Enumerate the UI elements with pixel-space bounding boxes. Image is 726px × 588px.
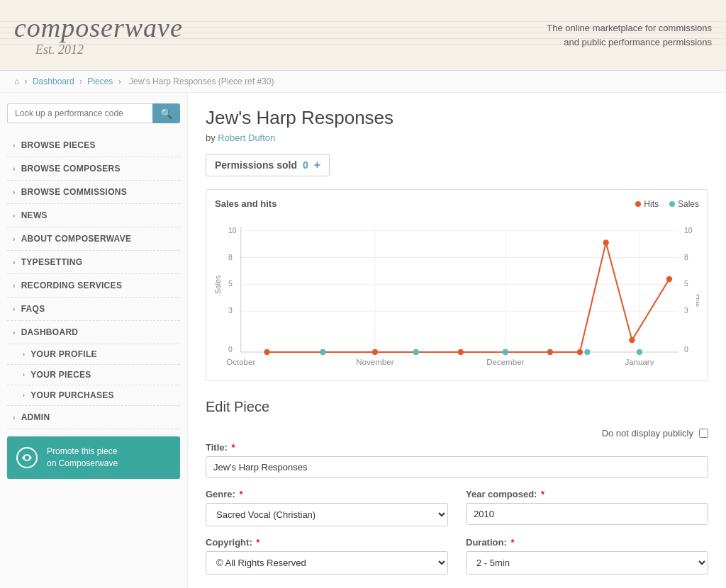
nav-dashboard[interactable]: › DASHBOARD [7, 321, 180, 344]
title-group: Title: * [206, 442, 708, 478]
promote-icon [14, 445, 40, 470]
nav-about[interactable]: › ABOUT COMPOSERWAVE [7, 227, 180, 251]
chevron-icon: › [13, 329, 16, 337]
svg-point-36 [629, 337, 635, 343]
nav-recording[interactable]: › RECORDING SERVICES [7, 274, 180, 298]
nav-browse-pieces[interactable]: › BROWSE PIECES [7, 134, 180, 157]
search-input[interactable] [7, 103, 152, 123]
svg-text:December: December [486, 358, 524, 366]
nav-label: BROWSE PIECES [21, 140, 96, 150]
edit-form: Title: * Genre: * Sacred Vocal (Christia… [206, 442, 708, 575]
edit-section-title: Edit Piece [206, 399, 708, 415]
breadcrumb: ⌂ › Dashboard › Pieces › Jew's Harp Resp… [0, 71, 726, 93]
site-header: composerwave Est. 2012 The online market… [0, 0, 726, 71]
copyright-select[interactable]: © All Rights Reserved Creative Commons P… [206, 551, 448, 575]
nav-your-pieces[interactable]: › YOUR PIECES [7, 365, 180, 385]
display-public-row: Do not display publicly [206, 428, 708, 439]
svg-point-31 [458, 349, 464, 355]
genre-select[interactable]: Sacred Vocal (Christian) Choral Orchestr… [206, 503, 448, 526]
page-layout: 🔍 › BROWSE PIECES › BROWSE COMPOSERS › B… [0, 93, 726, 588]
year-label: Year composed: * [466, 489, 708, 499]
add-permission-button[interactable]: + [314, 159, 320, 171]
chart-area: 10 8 5 3 0 Sales 10 8 5 3 0 Hits [215, 216, 699, 372]
nav-your-purchases[interactable]: › YOUR PURCHASES [7, 385, 180, 406]
nav-label: BROWSE COMMISSIONS [21, 187, 127, 197]
svg-point-37 [666, 276, 672, 282]
breadcrumb-current: Jew's Harp Responses (Piece ref #30) [129, 77, 274, 86]
legend-sales-label: Sales [678, 199, 699, 209]
chart-svg: 10 8 5 3 0 Sales 10 8 5 3 0 Hits [215, 216, 699, 372]
page-title: Jew's Harp Responses [206, 107, 708, 129]
svg-point-41 [584, 349, 590, 355]
svg-text:0: 0 [228, 345, 233, 354]
nav-your-profile[interactable]: › YOUR PROFILE [7, 344, 180, 365]
sidebar: 🔍 › BROWSE PIECES › BROWSE COMPOSERS › B… [0, 93, 188, 588]
main-content: Jew's Harp Responses by Robert Dufton Pe… [188, 93, 726, 588]
search-bar: 🔍 [7, 103, 180, 123]
chevron-icon: › [23, 392, 25, 399]
svg-text:5: 5 [228, 279, 233, 288]
svg-text:October: October [226, 358, 255, 366]
nav-label: TYPESETTING [21, 257, 83, 267]
do-not-display-checkbox[interactable] [699, 429, 708, 438]
title-input[interactable] [206, 456, 708, 478]
author-link[interactable]: Robert Dufton [218, 132, 275, 143]
legend-hits-label: Hits [644, 199, 659, 209]
logo-est: Est. 2012 [35, 43, 183, 57]
permissions-count: 0 [303, 159, 308, 171]
hits-dot [635, 201, 641, 207]
genre-label: Genre: * [206, 489, 448, 499]
year-input[interactable] [466, 503, 708, 525]
chart-title: Sales and hits [215, 198, 277, 209]
header-tagline: The online marketplace for commissions a… [547, 21, 712, 49]
nav-browse-commissions[interactable]: › BROWSE COMMISSIONS [7, 181, 180, 204]
logo-text: composerwave [14, 13, 183, 43]
svg-point-27 [264, 349, 269, 355]
svg-text:Hits: Hits [695, 294, 699, 307]
breadcrumb-pieces[interactable]: Pieces [87, 77, 113, 86]
chevron-icon: › [23, 371, 25, 378]
svg-point-1 [24, 455, 30, 460]
chart-header: Sales and hits Hits Sales [215, 198, 699, 209]
svg-text:8: 8 [228, 253, 233, 261]
permissions-sold-widget: Permissions sold 0 + [206, 154, 330, 176]
nav-label: RECORDING SERVICES [21, 281, 123, 290]
nav-faqs[interactable]: › FAQS [7, 298, 180, 321]
promote-box[interactable]: Promote this piece on Composerwave [7, 436, 180, 479]
svg-point-42 [637, 349, 642, 355]
search-button[interactable]: 🔍 [152, 103, 180, 123]
chevron-icon: › [13, 188, 16, 196]
copyright-label: Copyright: * [206, 537, 448, 548]
breadcrumb-home[interactable]: ⌂ [14, 77, 19, 86]
nav-label: ABOUT COMPOSERWAVE [21, 234, 132, 244]
breadcrumb-dashboard[interactable]: Dashboard [33, 77, 74, 86]
title-label: Title: * [206, 442, 708, 453]
svg-text:10: 10 [228, 226, 237, 234]
duration-label: Duration: * [466, 537, 708, 548]
chart-container: Sales and hits Hits Sales 10 8 [206, 189, 708, 381]
do-not-display-label: Do not display publicly [602, 428, 693, 439]
promote-line2: on Composerwave [47, 458, 118, 470]
svg-point-39 [413, 349, 419, 355]
nav-browse-composers[interactable]: › BROWSE COMPOSERS [7, 157, 180, 181]
nav-admin[interactable]: › ADMIN [7, 406, 180, 429]
svg-text:November: November [356, 358, 393, 366]
svg-point-33 [547, 349, 553, 355]
svg-point-38 [320, 349, 325, 355]
year-group: Year composed: * [466, 489, 708, 526]
duration-select[interactable]: 2 - 5min Under 2min 5 - 10min Over 10min [466, 551, 708, 575]
chevron-icon: › [23, 351, 25, 358]
chevron-icon: › [13, 259, 16, 266]
legend-sales: Sales [669, 199, 699, 209]
author-name: Robert Dufton [218, 132, 275, 143]
nav-news[interactable]: › NEWS [7, 204, 180, 227]
promote-line1: Promote this piece [47, 446, 118, 458]
svg-text:January: January [625, 358, 654, 366]
svg-point-0 [17, 448, 37, 468]
nav-label: YOUR PIECES [30, 370, 91, 380]
nav-typesetting[interactable]: › TYPESETTING [7, 251, 180, 274]
sales-dot [669, 201, 675, 207]
svg-text:0: 0 [684, 345, 688, 354]
chevron-icon: › [13, 165, 16, 173]
chart-legend: Hits Sales [635, 199, 699, 209]
